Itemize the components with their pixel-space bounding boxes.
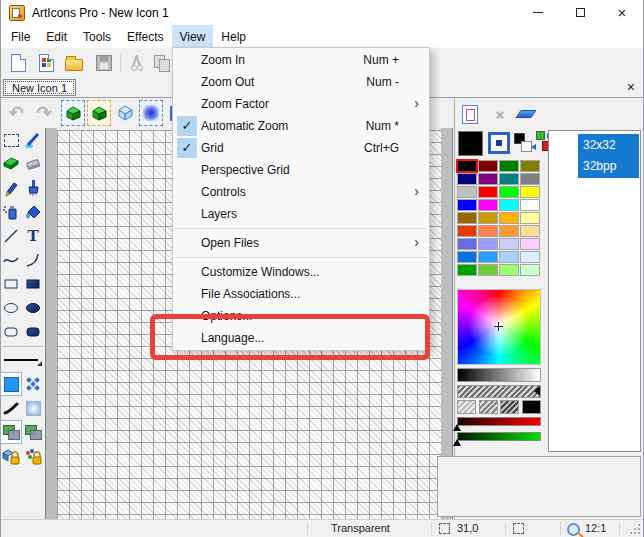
red-slider-marker[interactable] bbox=[453, 424, 461, 431]
menu-item-zoom-factor[interactable]: Zoom Factor› bbox=[173, 93, 429, 115]
palette-swatch[interactable] bbox=[520, 160, 540, 172]
red-channel-slider[interactable] bbox=[457, 417, 541, 426]
palette-swatch[interactable] bbox=[520, 251, 540, 263]
maximize-button[interactable] bbox=[559, 0, 601, 25]
palette-swatch[interactable] bbox=[499, 186, 519, 198]
alpha-preset-50[interactable] bbox=[479, 400, 498, 414]
palette-swatch[interactable] bbox=[478, 238, 498, 250]
close-button[interactable]: × bbox=[601, 0, 643, 25]
palette-swatch[interactable] bbox=[499, 212, 519, 224]
palette-swatch[interactable] bbox=[478, 186, 498, 198]
tool-rectangle[interactable] bbox=[0, 272, 22, 296]
tool-glow[interactable] bbox=[22, 396, 44, 420]
tool-smudge[interactable] bbox=[0, 396, 22, 420]
new-from-template-button[interactable] bbox=[35, 52, 57, 74]
palette-swatch[interactable] bbox=[457, 186, 477, 198]
tool-filled-ellipse[interactable] bbox=[22, 296, 44, 320]
tab-new-icon-1[interactable]: New Icon 1 bbox=[3, 79, 76, 96]
palette-swatch[interactable] bbox=[457, 199, 477, 211]
tool-curve[interactable] bbox=[0, 248, 22, 272]
image-format-list[interactable]: 32x32 32bpp bbox=[548, 130, 641, 452]
tool-brush[interactable] bbox=[22, 176, 44, 200]
resize-grip[interactable] bbox=[629, 523, 640, 534]
tool-arc[interactable] bbox=[22, 248, 44, 272]
green-channel-slider[interactable] bbox=[457, 432, 541, 441]
palette-swatch[interactable] bbox=[520, 199, 540, 211]
palette-swatch[interactable] bbox=[499, 160, 519, 172]
tool-rounded-rectangle[interactable] bbox=[0, 320, 22, 344]
palette-swatch[interactable] bbox=[520, 186, 540, 198]
background-color-widget[interactable] bbox=[488, 132, 510, 154]
palette-swatch[interactable] bbox=[478, 212, 498, 224]
tool-dither[interactable] bbox=[22, 372, 44, 396]
palette-swatch[interactable] bbox=[478, 173, 498, 185]
palette-swatch[interactable] bbox=[520, 173, 540, 185]
tool-text[interactable]: T bbox=[22, 224, 44, 248]
palette-swatch[interactable] bbox=[499, 264, 519, 276]
redo-button[interactable]: ↷ bbox=[32, 100, 56, 126]
palette-swatch[interactable] bbox=[457, 264, 477, 276]
palette-swatch[interactable] bbox=[520, 238, 540, 250]
menubar-item-effects[interactable]: Effects bbox=[119, 25, 171, 48]
minimize-button[interactable] bbox=[517, 0, 559, 25]
palette-swatch[interactable] bbox=[478, 160, 498, 172]
tool-layer-objects[interactable] bbox=[0, 420, 22, 444]
palette-swatch[interactable] bbox=[520, 225, 540, 237]
menubar-item-help[interactable]: Help bbox=[213, 25, 254, 48]
draw-blur-button[interactable] bbox=[139, 100, 163, 126]
delete-format-button[interactable]: × bbox=[488, 102, 512, 126]
menubar-item-file[interactable]: File bbox=[3, 25, 38, 48]
cut-button[interactable] bbox=[125, 52, 147, 74]
palette-swatch[interactable] bbox=[478, 225, 498, 237]
palette-swatch[interactable] bbox=[499, 199, 519, 211]
tool-eraser-3d[interactable] bbox=[0, 152, 22, 176]
test-transparency-button[interactable] bbox=[514, 102, 538, 126]
palette-swatch[interactable] bbox=[499, 173, 519, 185]
menu-item-controls[interactable]: Controls› bbox=[173, 181, 429, 203]
tool-filled-rectangle[interactable] bbox=[22, 272, 44, 296]
alpha-preset-100[interactable] bbox=[522, 400, 541, 414]
palette-swatch[interactable] bbox=[499, 251, 519, 263]
palette-swatch[interactable] bbox=[457, 212, 477, 224]
menubar-item-view[interactable]: View bbox=[172, 25, 214, 48]
undo-button[interactable]: ↶ bbox=[4, 100, 28, 126]
palette-swatch[interactable] bbox=[520, 212, 540, 224]
swap-colors-icon[interactable] bbox=[536, 131, 545, 140]
menu-item-automatic-zoom[interactable]: ✓Automatic ZoomNum * bbox=[173, 115, 429, 137]
brightness-bar[interactable] bbox=[457, 368, 541, 382]
draw-normal-button[interactable] bbox=[61, 100, 85, 126]
menubar-item-edit[interactable]: Edit bbox=[38, 25, 75, 48]
palette-swatch[interactable] bbox=[478, 251, 498, 263]
tool-color-swatch[interactable] bbox=[0, 372, 22, 396]
palette-swatch[interactable] bbox=[499, 225, 519, 237]
menu-item-grid[interactable]: ✓GridCtrl+G bbox=[173, 137, 429, 159]
new-format-button[interactable] bbox=[458, 102, 482, 126]
palette-swatch[interactable] bbox=[457, 238, 477, 250]
tool-marquee-select[interactable] bbox=[0, 128, 22, 152]
menu-item-customize-windows[interactable]: Customize Windows... bbox=[173, 261, 429, 283]
alpha-preset-75[interactable] bbox=[500, 400, 519, 414]
open-button[interactable] bbox=[63, 52, 85, 74]
palette-swatch[interactable] bbox=[520, 264, 540, 276]
palette-swatch[interactable] bbox=[478, 199, 498, 211]
tool-line-width[interactable] bbox=[1, 348, 45, 372]
tool-layer-copy[interactable] bbox=[22, 420, 44, 444]
tool-filled-rounded-rectangle[interactable] bbox=[22, 320, 44, 344]
menu-item-layers[interactable]: Layers bbox=[173, 203, 429, 225]
palette-swatch[interactable] bbox=[457, 160, 477, 172]
palette-swatch[interactable] bbox=[457, 251, 477, 263]
tool-lock-colors[interactable] bbox=[0, 444, 22, 468]
tool-line[interactable] bbox=[0, 224, 22, 248]
copy-button[interactable] bbox=[151, 52, 173, 74]
menu-item-zoom-in[interactable]: Zoom InNum + bbox=[173, 49, 429, 71]
palette-swatch[interactable] bbox=[499, 238, 519, 250]
menu-item-file-associations[interactable]: File Associations... bbox=[173, 283, 429, 305]
tool-spray[interactable] bbox=[0, 200, 22, 224]
tool-pencil[interactable] bbox=[0, 176, 22, 200]
alpha-bar[interactable] bbox=[457, 385, 541, 398]
menu-item-zoom-out[interactable]: Zoom OutNum - bbox=[173, 71, 429, 93]
tool-color-picker[interactable] bbox=[22, 128, 44, 152]
draw-3d-button[interactable] bbox=[113, 100, 137, 126]
palette-swatch[interactable] bbox=[478, 264, 498, 276]
tool-lock-palette[interactable] bbox=[22, 444, 44, 468]
